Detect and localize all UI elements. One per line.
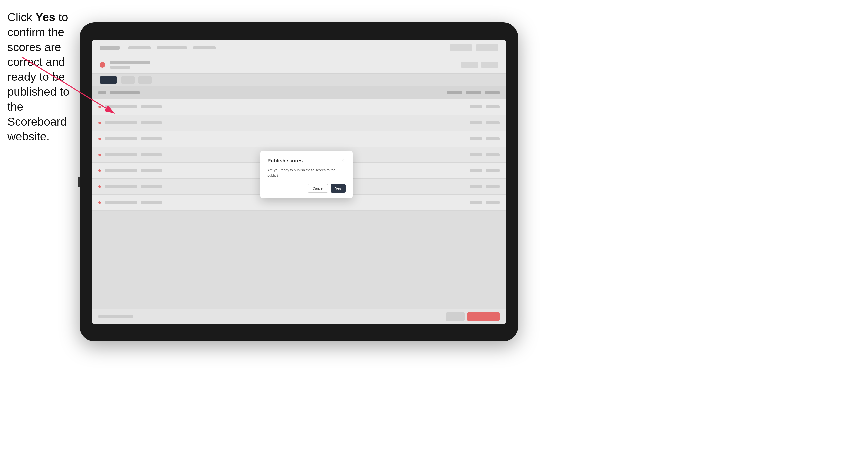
tablet-side-button xyxy=(78,177,80,187)
cancel-button[interactable]: Cancel xyxy=(308,184,328,193)
instruction-text: Click Yes to confirm the scores are corr… xyxy=(7,10,80,144)
tablet-device: Publish scores × Are you ready to publis… xyxy=(80,23,518,341)
modal-overlay: Publish scores × Are you ready to publis… xyxy=(92,40,506,324)
modal-footer: Cancel Yes xyxy=(267,184,346,193)
publish-scores-dialog: Publish scores × Are you ready to publis… xyxy=(260,151,352,198)
instruction-bold: Yes xyxy=(35,11,55,24)
modal-body-text: Are you ready to publish these scores to… xyxy=(267,168,346,178)
yes-button[interactable]: Yes xyxy=(331,184,346,193)
modal-header: Publish scores × xyxy=(267,158,346,164)
modal-title: Publish scores xyxy=(267,158,303,164)
tablet-screen: Publish scores × Are you ready to publis… xyxy=(92,40,506,324)
modal-close-button[interactable]: × xyxy=(340,158,346,163)
